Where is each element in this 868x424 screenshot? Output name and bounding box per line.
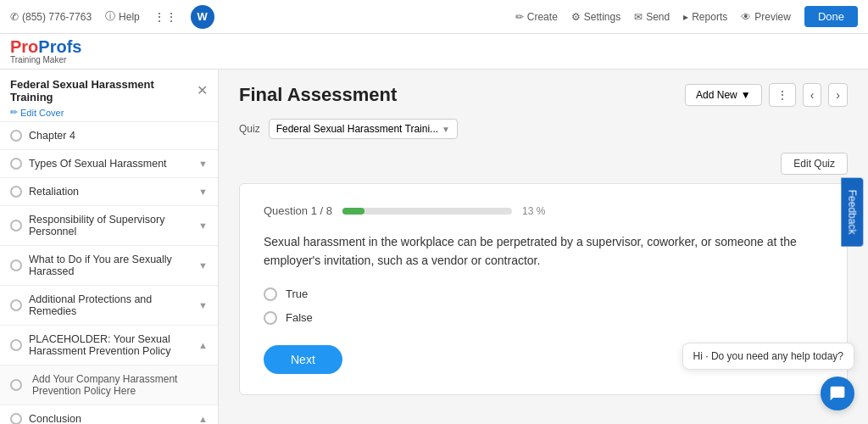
topbar-left: ✆ (855) 776-7763 ⓘ Help ⋮⋮ W: [10, 5, 214, 29]
progress-bar-fill: [342, 208, 364, 215]
sidebar-radio-responsibility: [10, 220, 22, 232]
create-button[interactable]: ✏ Create: [515, 11, 558, 23]
sidebar-label-placeholder: PLACEHOLDER: Your Sexual Harassment Prev…: [29, 333, 198, 357]
brand-subtitle: Training Maker: [10, 56, 81, 64]
edit-quiz-button[interactable]: Edit Quiz: [781, 153, 848, 175]
chevron-down-icon: ▼: [198, 187, 208, 197]
progress-label: 13 %: [522, 205, 545, 217]
next-button[interactable]: Next: [264, 345, 342, 374]
content-header: Final Assessment Add New ▼ ⋮ ‹ ›: [239, 83, 848, 107]
sidebar-item-retaliation[interactable]: Retaliation ▼: [0, 178, 218, 206]
chevron-down-icon: ▼: [198, 300, 208, 310]
settings-icon: ⚙: [571, 11, 581, 23]
sidebar-header: Federal Sexual Harassment Training ✕ ✏ E…: [0, 70, 218, 122]
sidebar-item-types[interactable]: Types Of Sexual Harassment ▼: [0, 150, 218, 178]
send-icon: ✉: [634, 11, 643, 23]
reports-icon: ▸: [683, 11, 688, 23]
progress-bar: [342, 208, 512, 215]
option-false[interactable]: False: [264, 311, 823, 325]
sidebar-item-additional[interactable]: Additional Protections and Remedies ▼: [0, 286, 218, 326]
sidebar: Federal Sexual Harassment Training ✕ ✏ E…: [0, 70, 219, 424]
sidebar-label-retaliation: Retaliation: [29, 186, 79, 198]
reports-button[interactable]: ▸ Reports: [683, 11, 727, 23]
radio-false: [264, 311, 277, 325]
quiz-bar: Quiz Federal Sexual Harassment Traini...…: [239, 119, 848, 139]
preview-button[interactable]: 👁 Preview: [741, 11, 791, 23]
create-icon: ✏: [515, 11, 524, 23]
more-options-button[interactable]: ⋮: [769, 83, 796, 107]
edit-quiz-bar: Edit Quiz: [239, 153, 848, 175]
sidebar-item-conclusion[interactable]: Conclusion ▲: [0, 405, 218, 424]
grid-icon[interactable]: ⋮⋮: [153, 10, 177, 24]
sidebar-radio-chapter4: [10, 130, 22, 142]
sidebar-item-whattodo[interactable]: What to Do if You are Sexually Harassed …: [0, 246, 218, 286]
top-bar: ✆ (855) 776-7763 ⓘ Help ⋮⋮ W ✏ Create ⚙ …: [0, 0, 868, 34]
sidebar-label-whattodo: What to Do if You are Sexually Harassed: [29, 254, 198, 277]
sidebar-label-responsibility: Responsibility of Supervisory Personnel: [29, 214, 198, 237]
content-header-actions: Add New ▼ ⋮ ‹ ›: [685, 83, 848, 107]
question-meta: Question 1 / 8 13 %: [264, 204, 823, 217]
sidebar-item-add-company[interactable]: Add Your Company Harassment Prevention P…: [0, 365, 218, 405]
sidebar-label-conclusion: Conclusion: [29, 413, 81, 424]
brand-profs: Profs: [38, 38, 81, 55]
chat-widget: Hi · Do you need any help today?: [682, 343, 854, 410]
sidebar-label-add-company: Add Your Company Harassment Prevention P…: [29, 373, 208, 397]
quiz-select[interactable]: Federal Sexual Harassment Traini... ▼: [269, 119, 458, 139]
sidebar-radio-whattodo: [10, 259, 22, 271]
option-false-label: False: [286, 311, 313, 324]
edit-cover-link[interactable]: ✏ Edit Cover: [10, 107, 208, 118]
quiz-label: Quiz: [239, 123, 260, 135]
edit-icon: ✏: [10, 107, 18, 118]
question-text: Sexual harassment in the workplace can b…: [264, 232, 823, 271]
help-link[interactable]: ⓘ Help: [105, 9, 140, 24]
chat-button[interactable]: [821, 377, 854, 410]
sidebar-title: Federal Sexual Harassment Training: [10, 78, 197, 103]
topbar-right: ✏ Create ⚙ Settings ✉ Send ▸ Reports 👁 P…: [515, 6, 858, 27]
avatar[interactable]: W: [191, 5, 214, 29]
chat-icon: [829, 385, 846, 402]
chevron-down-icon: ▼: [198, 260, 208, 271]
option-true[interactable]: True: [264, 287, 823, 301]
sidebar-item-chapter4[interactable]: Chapter 4: [0, 122, 218, 150]
phone-icon: ✆: [10, 11, 19, 23]
sidebar-item-responsibility[interactable]: Responsibility of Supervisory Personnel …: [0, 206, 218, 246]
chevron-down-icon: ▼: [198, 159, 208, 169]
chevron-up-icon: ▲: [198, 340, 208, 350]
chevron-up-icon: ▲: [198, 414, 208, 424]
sidebar-close-button[interactable]: ✕: [197, 82, 208, 98]
preview-icon: 👁: [741, 11, 751, 23]
sidebar-radio-placeholder: [10, 339, 22, 351]
settings-button[interactable]: ⚙ Settings: [571, 11, 620, 23]
send-button[interactable]: ✉ Send: [634, 11, 670, 23]
sidebar-radio-types: [10, 158, 22, 170]
question-number: Question 1 / 8: [264, 204, 332, 217]
sidebar-radio-add-company: [10, 379, 22, 391]
feedback-widget[interactable]: Feedback: [842, 178, 864, 247]
chevron-down-icon: ▼: [198, 220, 208, 231]
sidebar-label-chapter4: Chapter 4: [29, 130, 75, 142]
quiz-value: Federal Sexual Harassment Traini...: [276, 123, 438, 135]
sidebar-label-additional: Additional Protections and Remedies: [29, 293, 198, 317]
phone-link[interactable]: ✆ (855) 776-7763: [10, 11, 92, 23]
help-icon: ⓘ: [105, 9, 115, 24]
option-true-label: True: [286, 287, 308, 300]
chevron-down-icon: ▼: [741, 89, 751, 101]
sidebar-radio-additional: [10, 299, 22, 311]
brand-bar: ProProfs Training Maker: [0, 34, 868, 70]
brand-logo: ProProfs Training Maker: [10, 38, 81, 64]
prev-button[interactable]: ‹: [803, 83, 822, 107]
chat-tooltip: Hi · Do you need any help today?: [682, 343, 854, 370]
done-button[interactable]: Done: [804, 6, 858, 27]
main-layout: Federal Sexual Harassment Training ✕ ✏ E…: [0, 70, 868, 424]
sidebar-radio-conclusion: [10, 413, 22, 424]
sidebar-label-types: Types Of Sexual Harassment: [29, 158, 167, 170]
sidebar-item-placeholder[interactable]: PLACEHOLDER: Your Sexual Harassment Prev…: [0, 326, 218, 365]
page-title: Final Assessment: [239, 84, 397, 106]
brand-pro: Pro: [10, 38, 38, 55]
next-nav-button[interactable]: ›: [828, 83, 848, 107]
radio-true: [264, 287, 277, 301]
chevron-down-icon: ▼: [442, 125, 450, 134]
sidebar-radio-retaliation: [10, 186, 22, 198]
add-new-button[interactable]: Add New ▼: [685, 84, 762, 106]
